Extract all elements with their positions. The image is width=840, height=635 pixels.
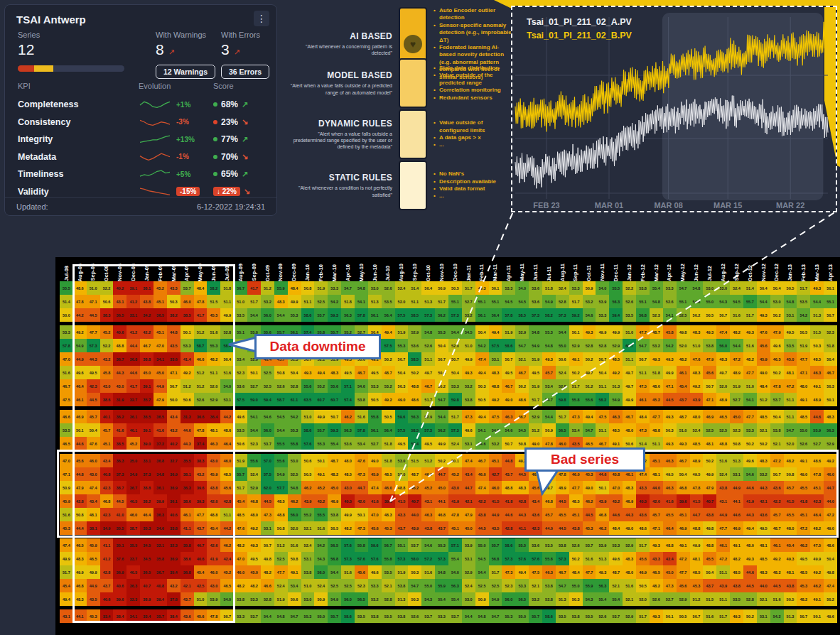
heatmap-cell[interactable]: 47.0 <box>234 552 247 565</box>
heatmap-cell[interactable]: 52.9 <box>677 592 690 606</box>
heatmap-cell[interactable]: 49.3 <box>650 609 663 623</box>
heatmap-cell[interactable]: 48.3 <box>489 366 502 379</box>
heatmap-cell[interactable]: 54.8 <box>784 295 797 308</box>
heatmap-cell[interactable]: 44.7 <box>824 481 837 494</box>
heatmap-cell[interactable]: 49.1 <box>677 538 690 552</box>
heatmap-cell[interactable]: 55.1 <box>395 538 409 552</box>
heatmap-cell[interactable]: 51.7 <box>489 565 502 579</box>
heatmap-cell[interactable]: 56.0 <box>261 423 274 437</box>
heatmap-cell[interactable]: 48.0 <box>247 508 261 521</box>
heatmap-cell[interactable]: 51.0 <box>194 592 208 606</box>
heatmap-cell[interactable]: 46.7 <box>60 379 73 393</box>
heatmap-cell[interactable]: 46.0 <box>126 508 140 521</box>
heatmap-cell[interactable]: 42.3 <box>100 508 114 521</box>
heatmap-cell[interactable]: 36.5 <box>154 410 167 423</box>
heatmap-cell[interactable]: 44.5 <box>556 494 569 508</box>
heatmap-cell[interactable]: 49.9 <box>341 508 355 521</box>
heatmap-cell[interactable]: 54.2 <box>288 410 301 423</box>
heatmap-cell[interactable]: 45.5 <box>663 508 677 521</box>
heatmap-cell[interactable]: 44.5 <box>87 308 100 322</box>
heatmap-cell[interactable]: 41.9 <box>743 494 757 508</box>
heatmap-cell[interactable]: 52.0 <box>448 339 462 352</box>
heatmap-cell[interactable]: 34.8 <box>154 467 167 481</box>
heatmap-cell[interactable]: 50.7 <box>596 352 609 366</box>
heatmap-cell[interactable]: 57.6 <box>301 437 315 450</box>
heatmap-cell[interactable]: 46.8 <box>247 494 261 508</box>
heatmap-cell[interactable]: 52.8 <box>556 379 569 393</box>
heatmap-cell[interactable]: 48.5 <box>234 508 247 521</box>
heatmap-cell[interactable]: 43.8 <box>475 508 489 521</box>
heatmap-cell[interactable]: 54.4 <box>274 423 288 437</box>
heatmap-cell[interactable]: 50.2 <box>770 366 784 379</box>
heatmap-cell[interactable]: 53.9 <box>207 592 220 606</box>
heatmap-cell[interactable]: 53.1 <box>220 393 234 406</box>
heatmap-cell[interactable]: 51.2 <box>194 325 208 339</box>
heatmap-cell[interactable]: 43.8 <box>703 508 716 521</box>
heatmap-cell[interactable]: 50.2 <box>408 366 421 379</box>
heatmap-cell[interactable]: 52.4 <box>448 437 462 450</box>
heatmap-cell[interactable]: 51.6 <box>220 366 234 379</box>
heatmap-cell[interactable]: 54.8 <box>475 609 489 623</box>
heatmap-cell[interactable]: 54.8 <box>435 565 448 579</box>
heatmap-cell[interactable]: 49.6 <box>609 552 623 565</box>
heatmap-cell[interactable]: 48.2 <box>650 579 663 592</box>
heatmap-cell[interactable]: 55.3 <box>301 609 315 623</box>
heatmap-cell[interactable]: 50.1 <box>824 281 837 295</box>
heatmap-cell[interactable]: 45.0 <box>663 565 677 579</box>
heatmap-cell[interactable]: 36.3 <box>154 508 167 521</box>
heatmap-cell[interactable]: 46.3 <box>663 481 677 494</box>
heatmap-cell[interactable]: 57.3 <box>87 339 100 352</box>
heatmap-cell[interactable]: 43.4 <box>529 494 542 508</box>
heatmap-cell[interactable]: 51.8 <box>542 281 556 295</box>
heatmap-cell[interactable]: 53.3 <box>609 538 623 552</box>
heatmap-cell[interactable]: 40.7 <box>194 538 208 552</box>
heatmap-cell[interactable]: 50.4 <box>770 410 784 423</box>
heatmap-cell[interactable]: 53.8 <box>542 579 556 592</box>
heatmap-cell[interactable]: 48.1 <box>757 538 770 552</box>
heatmap-cell[interactable]: 48.0 <box>341 454 355 467</box>
heatmap-cell[interactable]: 52.5 <box>261 379 274 393</box>
heatmap-cell[interactable]: 46.3 <box>663 454 677 467</box>
heatmap-cell[interactable]: 50.3 <box>408 592 421 606</box>
heatmap-cell[interactable]: 52.5 <box>274 552 288 565</box>
heatmap-cell[interactable]: 44.0 <box>650 481 663 494</box>
heatmap-cell[interactable]: 50.4 <box>824 352 837 366</box>
heatmap-cell[interactable]: 47.1 <box>87 295 100 308</box>
heatmap-cell[interactable]: 44.2 <box>220 410 234 423</box>
heatmap-cell[interactable]: 58.5 <box>408 423 421 437</box>
heatmap-cell[interactable]: 45.7 <box>650 508 663 521</box>
heatmap-cell[interactable]: 54.4 <box>274 308 288 322</box>
heatmap-cell[interactable]: 52.9 <box>569 339 583 352</box>
heatmap-cell[interactable]: 58.4 <box>220 339 234 352</box>
heatmap-cell[interactable]: 46.0 <box>87 454 100 467</box>
heatmap-cell[interactable]: 44.0 <box>757 579 770 592</box>
heatmap-cell[interactable]: 50.9 <box>435 281 448 295</box>
heatmap-cell[interactable]: 50.7 <box>716 308 730 322</box>
heatmap-cell[interactable]: 49.4 <box>489 325 502 339</box>
heatmap-cell[interactable]: 53.9 <box>462 538 475 552</box>
heatmap-cell[interactable]: 45.7 <box>87 410 100 423</box>
heatmap-cell[interactable]: 52.1 <box>757 592 770 606</box>
heatmap-cell[interactable]: 46.7 <box>502 379 515 393</box>
heatmap-cell[interactable]: 43.0 <box>87 467 100 481</box>
heatmap-cell[interactable]: 49.7 <box>421 366 435 379</box>
heatmap-cell[interactable]: 49.4 <box>743 521 757 535</box>
heatmap-cell[interactable]: 47.9 <box>462 508 475 521</box>
heatmap-cell[interactable]: 54.9 <box>609 393 623 406</box>
heatmap-cell[interactable]: 44.7 <box>462 481 475 494</box>
heatmap-cell[interactable]: 52.6 <box>194 393 208 406</box>
heatmap-cell[interactable]: 45.7 <box>542 508 556 521</box>
heatmap-cell[interactable]: 40.7 <box>408 494 421 508</box>
heatmap-cell[interactable]: 43.7 <box>703 579 716 592</box>
heatmap-cell[interactable]: 51.9 <box>395 565 409 579</box>
heatmap-cell[interactable]: 47.8 <box>810 467 824 481</box>
heatmap-cell[interactable]: 51.6 <box>623 579 636 592</box>
heatmap-cell[interactable]: 46.9 <box>328 494 341 508</box>
heatmap-cell[interactable]: 46.7 <box>515 366 529 379</box>
heatmap-cell[interactable]: 46.4 <box>73 379 87 393</box>
heatmap-cell[interactable]: 57.0 <box>261 454 274 467</box>
heatmap-cell[interactable]: 43.6 <box>181 609 194 623</box>
heatmap-cell[interactable]: 49.8 <box>703 521 716 535</box>
heatmap-cell[interactable]: 48.3 <box>757 454 770 467</box>
heatmap-cell[interactable]: 56.5 <box>515 592 529 606</box>
